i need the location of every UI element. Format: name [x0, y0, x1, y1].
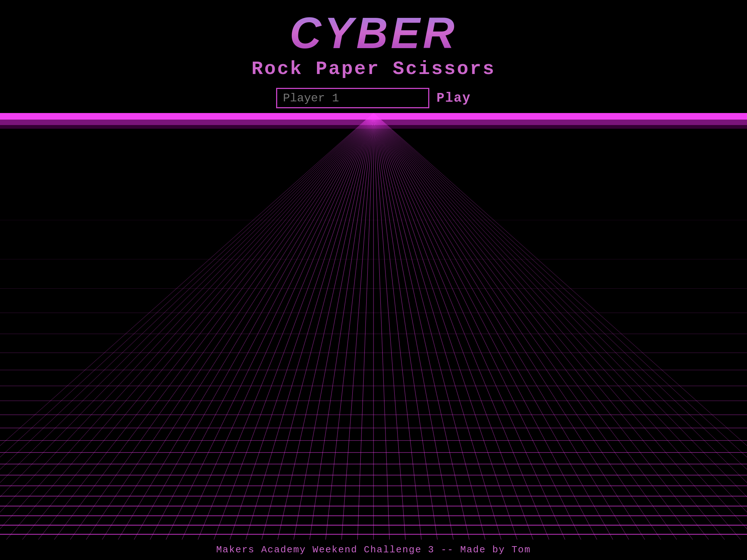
play-button[interactable]: Play [437, 91, 471, 106]
footer-text: Makers Academy Weekend Challenge 3 -- Ma… [216, 544, 531, 555]
footer: Makers Academy Weekend Challenge 3 -- Ma… [0, 540, 747, 560]
grid-section [0, 113, 747, 543]
page-subtitle: Rock Paper Scissors [252, 58, 496, 80]
input-row: Play [276, 88, 471, 108]
player-name-input[interactable] [276, 88, 429, 108]
perspective-grid [0, 113, 747, 543]
page-title: CYBER [290, 11, 457, 55]
top-section: CYBER Rock Paper Scissors Play [0, 0, 747, 113]
